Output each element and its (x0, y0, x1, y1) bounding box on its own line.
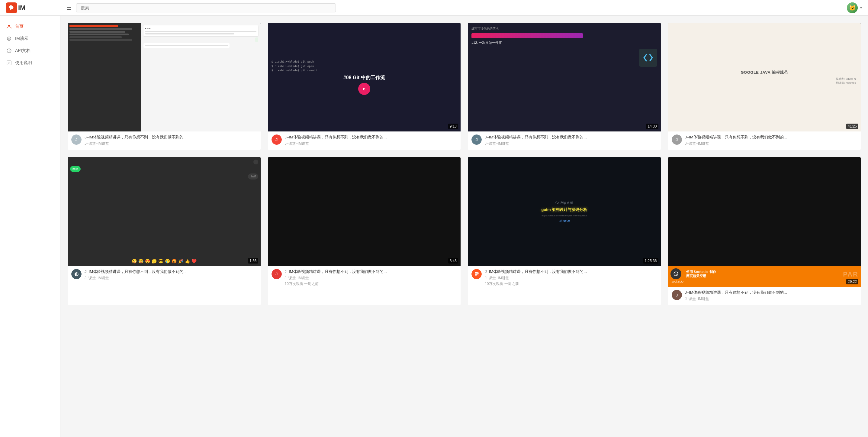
video-details-5: J–IM体验视频精讲课，只有你想不到，没有我们做不到的... J–课堂–IM讲堂 (85, 269, 257, 281)
channel-avatar-1: J (71, 135, 82, 145)
channel-name-6: J–课堂–IM讲堂 (285, 275, 457, 281)
video-meta-2: J J–IM体验视频精讲课，只有你想不到，没有我们做不到的... J–课堂–IM… (272, 135, 457, 146)
channel-avatar-8: J (672, 290, 682, 300)
video-info-3: J J–IM体验视频精讲课，只有你想不到，没有我们做不到的... J–课堂–IM… (468, 132, 661, 150)
video-grid: Chat (68, 23, 861, 305)
im-demo-icon (6, 36, 12, 42)
search-input[interactable] (76, 3, 336, 12)
header-center: ☰ (66, 3, 838, 12)
video-card-5[interactable]: hello theif 😀😂😍🤔😎 😢😡🎉👍❤️ 1:56 (68, 157, 261, 305)
video-info-8: J J–IM体验视频精讲课，只有你想不到，没有我们做不到的... J–课堂–IM… (668, 287, 861, 305)
avatar[interactable]: 🐱 (847, 2, 858, 13)
video-title-7: J–IM体验视频精讲课，只有你想不到，没有我们做不到的... (485, 269, 657, 274)
usage-icon (6, 60, 12, 66)
video-meta-3: J J–IM体验视频精讲课，只有你想不到，没有我们做不到的... J–课堂–IM… (471, 135, 657, 146)
video-title-6: J–IM体验视频精讲课，只有你想不到，没有我们做不到的... (285, 269, 457, 274)
video-card-2[interactable]: $ bieshi:~/blade$ git push $ bieshi:~/bl… (268, 23, 461, 150)
video-meta-5: ◐ J–IM体验视频精讲课，只有你想不到，没有我们做不到的... J–课堂–IM… (71, 269, 257, 281)
channel-name-7: J–课堂–IM讲堂 (485, 275, 657, 281)
video-card-6[interactable]: 搭建开源聊天系统 VPS 实战 Rocket.Chat 8:48 J (268, 157, 461, 305)
logo: J IM (6, 2, 66, 13)
home-icon (6, 24, 12, 30)
video-card-3[interactable]: 编写可读代码的艺术 #12. 一次只做一件事 14:30 J (468, 23, 661, 150)
sidebar-item-api-docs[interactable]: API文档 (0, 45, 60, 57)
thumbnail-6: 搭建开源聊天系统 VPS 实战 Rocket.Chat 8:48 (268, 157, 461, 266)
main-content: Chat (60, 16, 868, 437)
svg-text:J: J (10, 6, 11, 8)
video-title-4: J–IM体验视频精讲课，只有你想不到，没有我们做不到的... (685, 135, 858, 140)
video-meta-7: 新 J–IM体验视频精讲课，只有你想不到，没有我们做不到的... J–课堂–IM… (471, 269, 657, 287)
video-card-8[interactable]: 使用 Socket.io 制作网页聊天应用 socket.io PAR 29:2… (668, 157, 861, 305)
video-meta-6: J J–IM体验视频精讲课，只有你想不到，没有我们做不到的... J–课堂–IM… (272, 269, 457, 287)
video-details-2: J–IM体验视频精讲课，只有你想不到，没有我们做不到的... J–课堂–IM讲堂 (285, 135, 457, 146)
header: J IM ☰ 🐱 ▾ (0, 0, 868, 16)
channel-avatar-3: J (471, 135, 482, 145)
sidebar-label-api-docs: API文档 (15, 48, 31, 54)
sidebar-item-home[interactable]: 首页 (0, 21, 60, 33)
channel-avatar-2: J (272, 135, 282, 145)
video-details-6: J–IM体验视频精讲课，只有你想不到，没有我们做不到的... J–课堂–IM讲堂… (285, 269, 457, 287)
video-details-4: J–IM体验视频精讲课，只有你想不到，没有我们做不到的... J–课堂–IM讲堂 (685, 135, 858, 146)
dropdown-arrow-icon[interactable]: ▾ (860, 6, 862, 10)
duration-badge-3: 14:30 (646, 124, 658, 129)
video-meta-4: J J–IM体验视频精讲课，只有你想不到，没有我们做不到的... J–课堂–IM… (672, 135, 858, 146)
video-meta-1: J J–IM体验视频精讲课，只有你想不到，没有我们做不到的... J–课堂–IM… (71, 135, 257, 146)
video-details-3: J–IM体验视频精讲课，只有你想不到，没有我们做不到的... J–课堂–IM讲堂 (485, 135, 657, 146)
duration-badge-8: 29:22 (846, 279, 858, 284)
video-meta-8: J J–IM体验视频精讲课，只有你想不到，没有我们做不到的... J–课堂–IM… (672, 290, 858, 301)
video-details-1: J–IM体验视频精讲课，只有你想不到，没有我们做不到的... J–课堂–IM讲堂 (85, 135, 257, 146)
api-icon (6, 48, 12, 54)
thumbnail-7: Go 夜读 # 45 goim 架构设计与源码分析 https://github… (468, 157, 661, 266)
video-title-8: J–IM体验视频精讲课，只有你想不到，没有我们做不到的... (685, 290, 858, 295)
logo-text: IM (18, 4, 25, 12)
video-info-1: J J–IM体验视频精讲课，只有你想不到，没有我们做不到的... J–课堂–IM… (68, 132, 261, 150)
video-card-7[interactable]: Go 夜读 # 45 goim 架构设计与源码分析 https://github… (468, 157, 661, 305)
video-card-1[interactable]: Chat (68, 23, 261, 150)
channel-avatar-4: J (672, 135, 682, 145)
thumbnail-5: hello theif 😀😂😍🤔😎 😢😡🎉👍❤️ 1:56 (68, 157, 261, 266)
channel-avatar-6: J (272, 269, 282, 279)
channel-name-5: J–课堂–IM讲堂 (85, 275, 257, 281)
video-card-4[interactable]: GOOGLE JAVA 编程规范 校对者: Edwer N 翻译者: Haunt… (668, 23, 861, 150)
channel-avatar-5: ◐ (71, 269, 82, 279)
video-info-5: ◐ J–IM体验视频精讲课，只有你想不到，没有我们做不到的... J–课堂–IM… (68, 266, 261, 284)
sidebar-item-usage[interactable]: 使用说明 (0, 57, 60, 69)
header-right: 🐱 ▾ (838, 2, 862, 13)
thumbnail-4: GOOGLE JAVA 编程规范 校对者: Edwer N 翻译者: Haunt… (668, 23, 861, 132)
channel-name-1: J–课堂–IM讲堂 (85, 141, 257, 146)
video-stats-6: 10万次观看 一周之前 (285, 281, 457, 287)
sidebar-label-home: 首页 (15, 24, 24, 29)
thumbnail-8: 使用 Socket.io 制作网页聊天应用 socket.io PAR 29:2… (668, 157, 861, 287)
channel-name-2: J–课堂–IM讲堂 (285, 141, 457, 146)
svg-point-3 (8, 38, 9, 38)
video-title-1: J–IM体验视频精讲课，只有你想不到，没有我们做不到的... (85, 135, 257, 140)
app-body: 首页 IM演示 API文档 使用说明 (0, 16, 868, 437)
sidebar: 首页 IM演示 API文档 使用说明 (0, 16, 60, 437)
svg-point-1 (8, 25, 10, 27)
video-stats-7: 10万次观看 一周之前 (485, 281, 657, 287)
video-title-3: J–IM体验视频精讲课，只有你想不到，没有我们做不到的... (485, 135, 657, 140)
sidebar-label-im-demo: IM演示 (15, 36, 28, 41)
logo-icon: J (6, 2, 17, 13)
video-title-5: J–IM体验视频精讲课，只有你想不到，没有我们做不到的... (85, 269, 257, 274)
channel-name-8: J–课堂–IM讲堂 (685, 296, 858, 301)
video-details-7: J–IM体验视频精讲课，只有你想不到，没有我们做不到的... J–课堂–IM讲堂… (485, 269, 657, 287)
sidebar-item-im-demo[interactable]: IM演示 (0, 33, 60, 45)
sidebar-label-usage: 使用说明 (15, 60, 32, 65)
video-title-2: J–IM体验视频精讲课，只有你想不到，没有我们做不到的... (285, 135, 457, 140)
menu-icon[interactable]: ☰ (66, 4, 71, 11)
video-info-2: J J–IM体验视频精讲课，只有你想不到，没有我们做不到的... J–课堂–IM… (268, 132, 461, 150)
video-info-7: 新 J–IM体验视频精讲课，只有你想不到，没有我们做不到的... J–课堂–IM… (468, 266, 661, 290)
thumbnail-2: $ bieshi:~/blade$ git push $ bieshi:~/bl… (268, 23, 461, 132)
video-info-6: J J–IM体验视频精讲课，只有你想不到，没有我们做不到的... J–课堂–IM… (268, 266, 461, 290)
duration-badge-4: 41:25 (846, 124, 858, 129)
channel-name-3: J–课堂–IM讲堂 (485, 141, 657, 146)
video-info-4: J J–IM体验视频精讲课，只有你想不到，没有我们做不到的... J–课堂–IM… (668, 132, 861, 150)
video-details-8: J–IM体验视频精讲课，只有你想不到，没有我们做不到的... J–课堂–IM讲堂 (685, 290, 858, 301)
avatar-inner: 🐱 (847, 2, 858, 13)
channel-name-4: J–课堂–IM讲堂 (685, 141, 858, 146)
thumbnail-1: Chat (68, 23, 261, 132)
duration-badge-6: 8:48 (448, 258, 458, 264)
thumbnail-3: 编写可读代码的艺术 #12. 一次只做一件事 14:30 (468, 23, 661, 132)
duration-badge-5: 1:56 (248, 258, 258, 264)
